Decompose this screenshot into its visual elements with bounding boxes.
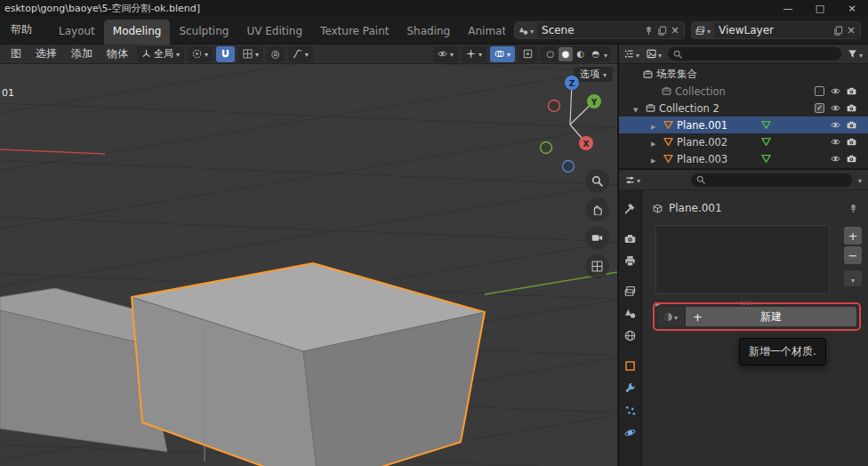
camera-icon[interactable] <box>847 120 856 130</box>
unlink-scene-icon[interactable]: × <box>671 25 679 36</box>
exclude-checkbox[interactable] <box>815 103 824 113</box>
eye-icon[interactable] <box>831 154 840 164</box>
slot-specials-dropdown[interactable] <box>844 270 862 286</box>
camera-icon[interactable] <box>847 103 856 113</box>
tab-scene[interactable] <box>619 302 642 325</box>
eye-icon[interactable] <box>831 137 840 147</box>
pan-tool-button[interactable] <box>585 197 609 221</box>
pivot-point-dropdown[interactable] <box>188 46 213 62</box>
tab-uv-editing[interactable]: UV Editing <box>237 20 311 44</box>
new-material-button[interactable]: + 新建 <box>686 307 856 326</box>
mesh-data-icon <box>761 154 771 164</box>
expand-arrow-icon[interactable] <box>633 102 642 115</box>
row-plane-001[interactable]: Plane.001 <box>619 116 868 133</box>
view-layer-selector[interactable]: ViewLayer × <box>691 21 861 39</box>
tab-shading[interactable]: Shading <box>398 20 459 44</box>
menu-select[interactable]: 选择 <box>30 46 62 61</box>
tab-output[interactable] <box>619 250 642 272</box>
tab-modeling[interactable]: Modeling <box>104 20 171 44</box>
pin-icon[interactable] <box>848 204 858 213</box>
selected-object-box[interactable] <box>132 263 485 466</box>
scene-browse-button[interactable] <box>515 22 537 38</box>
new-scene-icon[interactable] <box>657 26 667 36</box>
eye-icon[interactable] <box>831 120 840 130</box>
row-plane-003[interactable]: Plane.003 <box>619 150 868 167</box>
expand-arrow-icon[interactable] <box>651 136 660 149</box>
remove-slot-button[interactable]: − <box>844 246 862 264</box>
snap-toggle[interactable] <box>216 46 235 62</box>
transform-orientation-dropdown[interactable]: 全局 <box>137 46 184 62</box>
camera-icon[interactable] <box>847 86 856 96</box>
filter-dropdown[interactable] <box>847 48 864 60</box>
scene-selector[interactable]: Scene × <box>514 21 685 39</box>
row-plane-002[interactable]: Plane.002 <box>619 133 868 150</box>
remove-view-layer-icon[interactable]: × <box>847 25 856 36</box>
maximize-button[interactable]: □ <box>804 0 836 16</box>
visibility-dropdown[interactable] <box>433 46 458 62</box>
row-collection-2[interactable]: Collection 2 <box>619 100 868 116</box>
view-layer-browse-button[interactable] <box>692 22 714 38</box>
tab-object[interactable] <box>619 355 642 377</box>
tab-render[interactable] <box>619 228 642 250</box>
add-slot-button[interactable]: + <box>844 227 862 245</box>
view-layer-icon <box>695 26 705 36</box>
properties-options-dropdown[interactable] <box>857 173 863 186</box>
navigation-gizmo[interactable]: Z Y X <box>520 68 609 173</box>
shading-solid[interactable]: ● <box>559 47 573 61</box>
eye-icon[interactable] <box>831 86 840 96</box>
editor-type-button[interactable] <box>624 173 641 186</box>
object-icon <box>624 360 636 372</box>
tab-tool[interactable] <box>619 197 642 220</box>
tab-physics[interactable] <box>619 422 642 444</box>
eye-icon[interactable] <box>831 103 840 113</box>
expand-arrow-icon[interactable] <box>651 119 660 132</box>
row-collection[interactable]: Collection <box>619 83 868 100</box>
editor-type-button[interactable] <box>623 48 640 60</box>
axis-y-negative[interactable] <box>541 142 552 154</box>
menu-help[interactable]: 帮助 <box>0 22 43 37</box>
scene-props-icon <box>624 308 636 319</box>
viewport-canvas[interactable]: 01 选项 Z Y X <box>0 64 617 466</box>
tab-world[interactable] <box>619 325 642 347</box>
tab-texture-paint[interactable]: Texture Paint <box>311 20 398 44</box>
outliner-search-input[interactable] <box>668 47 841 60</box>
exclude-checkbox[interactable] <box>815 86 824 96</box>
tab-particles[interactable] <box>619 399 642 422</box>
shading-wireframe[interactable]: ○ <box>543 47 558 61</box>
minimize-button[interactable]: — <box>772 0 804 16</box>
camera-icon[interactable] <box>847 154 856 164</box>
camera-icon[interactable] <box>847 137 856 147</box>
tab-modifiers[interactable] <box>619 377 642 399</box>
falloff-dropdown[interactable] <box>288 46 313 62</box>
zoom-tool-button[interactable] <box>585 169 609 193</box>
tab-animation[interactable]: Animation <box>459 20 505 44</box>
gizmos-dropdown[interactable] <box>462 46 486 62</box>
row-scene-collection[interactable]: 场景集合 <box>619 66 868 83</box>
proportional-editing-toggle[interactable]: ◎ <box>267 46 285 62</box>
tab-layout[interactable]: Layout <box>50 20 104 44</box>
new-view-layer-icon[interactable] <box>833 26 843 36</box>
xray-toggle[interactable] <box>518 46 537 62</box>
properties-search-input[interactable] <box>691 173 852 187</box>
tab-view-layer[interactable] <box>619 280 642 302</box>
tab-sculpting[interactable]: Sculpting <box>170 20 237 44</box>
axis-x-negative[interactable] <box>549 100 560 112</box>
funnel-icon <box>848 49 857 59</box>
close-button[interactable]: × <box>836 0 868 16</box>
axis-z-negative[interactable] <box>563 161 575 173</box>
ortho-toggle-button[interactable] <box>585 254 609 278</box>
browse-material-dropdown[interactable] <box>657 307 684 326</box>
shading-material[interactable]: ◐ <box>574 47 588 61</box>
pin-icon[interactable] <box>644 26 654 36</box>
viewport-corner-label: 01 <box>2 87 14 99</box>
expand-arrow-icon[interactable] <box>651 153 660 165</box>
material-slots-list[interactable] <box>655 225 830 294</box>
display-mode-dropdown[interactable] <box>646 48 663 60</box>
snap-settings-dropdown[interactable] <box>238 46 263 62</box>
camera-view-button[interactable] <box>585 226 609 250</box>
menu-add[interactable]: 添加 <box>66 46 98 61</box>
shading-rendered[interactable]: ◓ <box>589 47 603 61</box>
overlays-dropdown[interactable] <box>490 46 515 62</box>
menu-view[interactable]: 图 <box>5 46 27 61</box>
menu-object[interactable]: 物体 <box>101 46 133 61</box>
